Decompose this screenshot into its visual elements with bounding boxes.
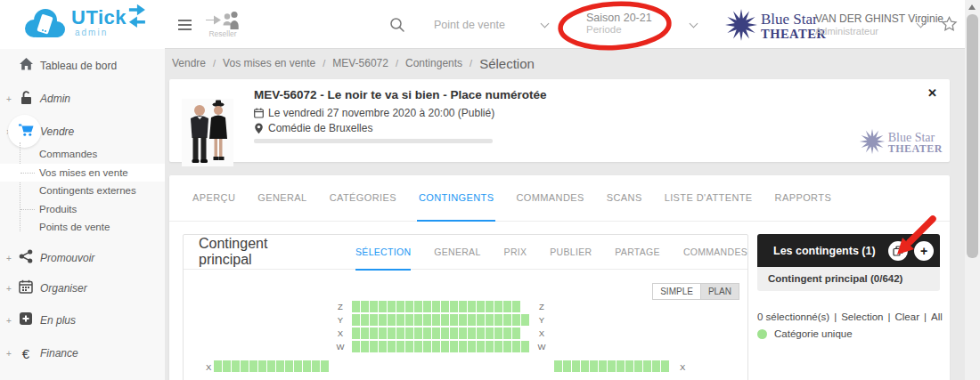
seat-cell[interactable] [432, 314, 440, 326]
seat-cell[interactable] [625, 360, 633, 372]
tab-liste-d-attente[interactable]: LISTE D'ATTENTE [663, 175, 755, 222]
seat-cell[interactable] [379, 341, 387, 352]
seat-cell[interactable] [590, 360, 598, 372]
seat-cell[interactable] [379, 314, 387, 326]
expand-plus[interactable]: + [6, 349, 12, 359]
seat-cell[interactable] [267, 360, 275, 372]
sidebar-item-promouvoir[interactable]: + Promouvoir [0, 247, 165, 269]
favorite-star-icon[interactable] [941, 16, 958, 36]
seat-cell[interactable] [468, 327, 476, 339]
seat-cell[interactable] [512, 327, 520, 339]
sidebar-item-admin[interactable]: + Admin [0, 88, 165, 109]
seat-cell[interactable] [441, 341, 449, 352]
breadcrumb-item-contingents[interactable]: Contingents [405, 57, 479, 69]
expand-plus[interactable]: + [6, 284, 12, 294]
seat-cell[interactable] [396, 301, 404, 312]
seat-cell[interactable] [276, 360, 284, 372]
seat-cell[interactable] [361, 301, 369, 312]
seat-cell[interactable] [405, 327, 413, 339]
seat-cell[interactable] [503, 301, 511, 312]
breadcrumb-item-vos-mises-en-vente[interactable]: Vos mises en vente [223, 57, 332, 69]
seat-cell[interactable] [477, 341, 485, 352]
seat-cell[interactable] [258, 360, 266, 372]
seat-cell[interactable] [303, 360, 311, 372]
seat-cell[interactable] [432, 341, 440, 352]
view-option-simple[interactable]: SIMPLE [652, 283, 701, 300]
selection-link-clear[interactable]: Clear [884, 311, 919, 322]
seat-cell[interactable] [370, 301, 378, 312]
seat-cell[interactable] [223, 360, 231, 372]
chevron-down-icon[interactable] [690, 20, 698, 28]
sidebar-item-finance[interactable]: + € Finance [0, 343, 165, 364]
seat-cell[interactable] [379, 327, 387, 339]
seat-cell[interactable] [661, 360, 669, 372]
seat-cell[interactable] [285, 360, 293, 372]
sidebar-item-vendre[interactable]: × Vendre [0, 121, 165, 142]
seat-cell[interactable] [214, 360, 222, 372]
sidebar-item-dashboard[interactable]: Tableau de bord [0, 55, 165, 77]
seat-cell[interactable] [643, 360, 651, 372]
utick-logo[interactable]: UTick admin [21, 7, 127, 44]
seat-cell[interactable] [232, 360, 240, 372]
seat-cell[interactable] [352, 341, 360, 352]
seat-cell[interactable] [441, 301, 449, 312]
sidebar-item-points-de-vente[interactable]: Points de vente [0, 218, 165, 237]
seat-cell[interactable] [468, 301, 476, 312]
period-dropdown[interactable]: Saison 20-21 Periode [586, 0, 652, 49]
seat-cell[interactable] [352, 314, 360, 326]
seat-cell[interactable] [441, 327, 449, 339]
expand-plus[interactable]: + [6, 316, 12, 326]
seat-cell[interactable] [554, 360, 562, 372]
scrollbar-up-arrow[interactable] [968, 4, 976, 10]
add-contingent-button[interactable]: + [914, 241, 934, 261]
seat-cell[interactable] [652, 360, 660, 372]
seat-cell[interactable] [388, 301, 396, 312]
seat-cell[interactable] [477, 314, 485, 326]
seat-cell[interactable] [450, 301, 458, 312]
expand-plus[interactable]: + [6, 254, 12, 263]
seat-cell[interactable] [459, 341, 467, 352]
seat-cell[interactable] [512, 301, 520, 312]
seat-cell[interactable] [352, 327, 360, 339]
sidebar-item-produits[interactable]: Produits [0, 200, 165, 219]
tab-scans[interactable]: SCANS [605, 175, 644, 222]
seat-cell[interactable] [486, 327, 494, 339]
seat-cell[interactable] [503, 327, 511, 339]
duplicate-contingent-button[interactable] [888, 241, 908, 261]
seat-cell[interactable] [388, 341, 396, 352]
seat-cell[interactable] [241, 360, 249, 372]
breadcrumb-item-vendre[interactable]: Vendre [172, 57, 223, 69]
seat-cell[interactable] [396, 314, 404, 326]
seat-cell[interactable] [459, 301, 467, 312]
seat-cell[interactable] [352, 301, 360, 312]
search-icon[interactable] [389, 17, 405, 36]
seat-cell[interactable] [494, 301, 502, 312]
subtab-general[interactable]: GENERAL [434, 235, 480, 271]
seat-cell[interactable] [249, 360, 257, 372]
sidebar-item-commandes[interactable]: Commandes [0, 145, 165, 164]
breadcrumb-item-mev-56072[interactable]: MEV-56072 [332, 57, 405, 69]
seat-cell[interactable] [405, 341, 413, 352]
seat-cell[interactable] [459, 327, 467, 339]
contingent-list-item[interactable]: Contingent principal (0/642) [757, 267, 940, 291]
seat-cell[interactable] [379, 301, 387, 312]
seat-cell[interactable] [405, 314, 413, 326]
seat-cell[interactable] [477, 301, 485, 312]
seat-cell[interactable] [423, 327, 431, 339]
seat-cell[interactable] [432, 301, 440, 312]
seat-cell[interactable] [396, 341, 404, 352]
seat-cell[interactable] [521, 314, 529, 326]
seat-cell[interactable] [572, 360, 580, 372]
seat-cell[interactable] [388, 314, 396, 326]
seat-cell[interactable] [494, 341, 502, 352]
seat-cell[interactable] [370, 314, 378, 326]
seat-cell[interactable] [370, 341, 378, 352]
seat-cell[interactable] [414, 301, 422, 312]
seat-cell[interactable] [468, 341, 476, 352]
reseller-button[interactable]: Reseller [203, 10, 242, 38]
seat-cell[interactable] [361, 327, 369, 339]
seat-cell[interactable] [405, 301, 413, 312]
seat-cell[interactable] [503, 314, 511, 326]
subtab-partage[interactable]: PARTAGE [615, 235, 660, 271]
seat-cell[interactable] [599, 360, 607, 372]
